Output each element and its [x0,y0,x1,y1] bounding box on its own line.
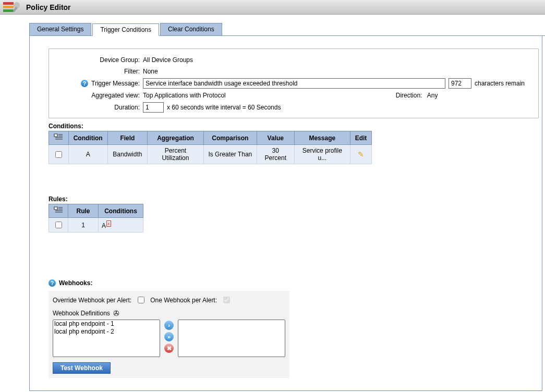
cell-field: Bandwidth [107,145,148,164]
tab-strip: General Settings Trigger Conditions Clea… [29,23,545,36]
rule-row-checkbox-cell[interactable] [49,218,68,232]
cell-comparison: Is Greater Than [203,145,257,164]
tab-general-settings[interactable]: General Settings [29,23,91,35]
cell-rule-conditions: Ax [99,218,143,232]
webhook-option[interactable]: local php endpoint - 2 [53,328,160,336]
svg-rect-1 [3,6,14,8]
filter-label: Filter: [54,68,143,75]
duration-label: Duration: [54,104,143,111]
aggregated-view-value: Top Applications with Protocol [143,92,226,99]
link-icon[interactable]: ✇ [113,309,119,317]
rules-section-label: Rules: [49,195,542,203]
col-field[interactable]: Field [107,131,148,145]
duration-suffix: x 60 seconds write interval = 60 Seconds [167,104,281,111]
help-icon[interactable]: ? [49,279,56,287]
remove-condition-icon[interactable]: x [106,220,111,227]
webhooks-body: Override Webhook per Alert: One Webhook … [49,291,289,378]
col-rule-conditions[interactable]: Conditions [99,204,143,218]
rules-menu-header[interactable] [49,204,68,218]
col-value[interactable]: Value [257,131,294,145]
col-aggregation[interactable]: Aggregation [148,131,203,145]
conditions-table: Condition Field Aggregation Comparison V… [49,131,372,164]
webhook-selected-list[interactable] [178,320,285,357]
conditions-section-label: Conditions: [49,123,542,130]
col-edit[interactable]: Edit [350,131,372,145]
col-rule[interactable]: Rule [68,204,99,218]
cell-message: Service profile u... [294,145,350,164]
conditions-menu-header[interactable] [49,131,69,145]
col-condition[interactable]: Condition [68,131,107,145]
chars-remaining-label: characters remain [475,80,525,87]
rules-table: Rule Conditions 1 Ax [49,204,143,232]
override-webhook-checkbox[interactable] [138,297,144,303]
svg-rect-0 [3,2,14,5]
filter-value: None [143,68,533,75]
tab-clear-conditions[interactable]: Clear Conditions [160,23,222,35]
table-menu-icon [54,206,63,214]
direction-label: Direction: [396,92,422,99]
device-group-value: All Device Groups [143,56,533,64]
rule-row-checkbox[interactable] [55,222,62,228]
move-right-button[interactable]: › [164,321,174,330]
trigger-message-input[interactable] [143,78,445,89]
move-all-right-button[interactable]: » [164,332,174,341]
trigger-form: Device Group: All Device Groups Filter: … [49,48,539,118]
app-logo-icon [3,1,22,14]
trigger-conditions-panel: Device Group: All Device Groups Filter: … [29,36,542,391]
one-webhook-checkbox [223,297,230,303]
duration-input[interactable] [143,102,164,113]
cell-edit[interactable]: ✎ [350,145,372,164]
cell-rule: 1 [68,218,99,232]
svg-rect-2 [3,9,14,12]
pencil-icon[interactable]: ✎ [358,150,364,158]
cell-aggregation: Percent Utilization [148,145,203,164]
direction-value: Any [427,92,438,99]
cell-condition: A [68,145,107,164]
remove-button[interactable]: ✖ [164,344,174,353]
window-title: Policy Editor [26,3,71,11]
override-webhook-label: Override Webhook per Alert: [53,297,131,304]
title-bar: Policy Editor [0,0,545,15]
col-comparison[interactable]: Comparison [203,131,257,145]
rules-row[interactable]: 1 Ax [49,218,143,232]
tab-trigger-conditions[interactable]: Trigger Conditions [92,23,159,36]
webhook-option[interactable]: local php endpoint - 1 [53,320,160,328]
table-menu-icon [54,133,63,141]
cell-value: 30 Percent [257,145,294,164]
col-message[interactable]: Message [294,131,350,145]
trigger-message-label: Trigger Message: [91,80,140,87]
chars-remaining-output [449,78,471,89]
device-group-label: Device Group: [54,56,143,64]
one-webhook-label: One Webhook per Alert: [150,297,217,304]
help-icon[interactable]: ? [81,80,88,87]
test-webhook-button[interactable]: Test Webhook [53,362,111,374]
webhooks-header: Webhooks: [59,279,92,287]
webhook-available-list[interactable]: local php endpoint - 1 local php endpoin… [53,320,160,357]
row-checkbox[interactable] [55,151,62,158]
webhook-definitions-label: Webhook Definitions [53,310,110,317]
conditions-row[interactable]: A Bandwidth Percent Utilization Is Great… [49,145,372,164]
aggregated-view-label: Aggregated view: [54,92,143,99]
row-checkbox-cell[interactable] [49,145,69,164]
